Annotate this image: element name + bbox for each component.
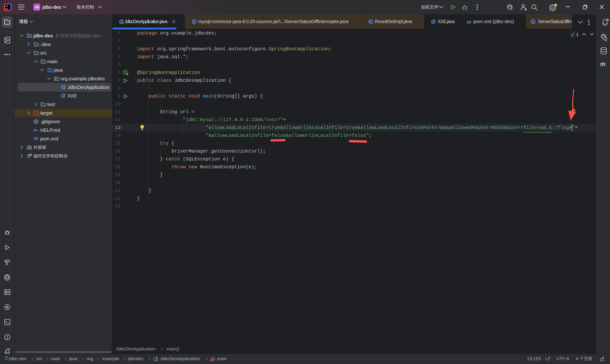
- svg-text:M: M: [34, 128, 37, 132]
- svg-text:1: 1: [576, 32, 579, 37]
